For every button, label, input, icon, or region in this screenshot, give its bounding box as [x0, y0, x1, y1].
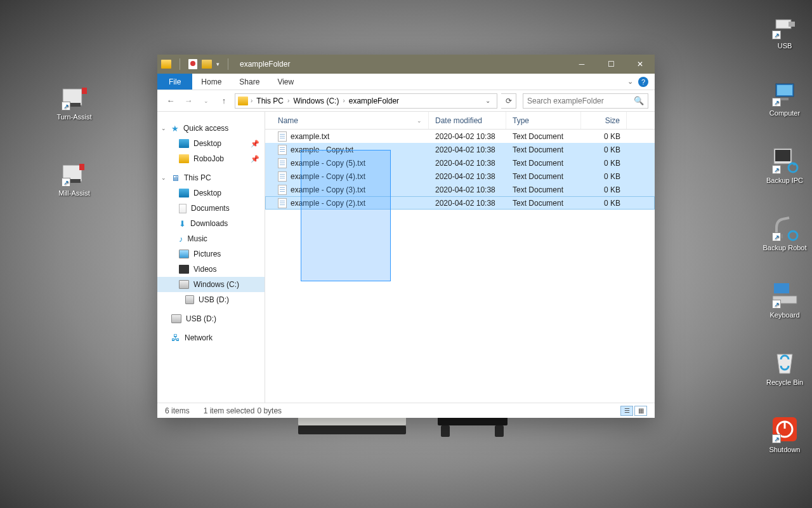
- navigation-pane: ⌄★Quick access Desktop📌 RoboJob📌 ⌄🖥This …: [157, 112, 265, 403]
- desktop-icons-left: ↗ Turn-Assist ↗ Mill-Assist: [51, 83, 98, 197]
- text-file-icon: [278, 171, 287, 182]
- view-large-icons-button[interactable]: ▦: [634, 406, 647, 416]
- nav-back-button[interactable]: ←: [164, 94, 178, 108]
- file-row[interactable]: example - Copy (5).txt 2020-04-02 10:38 …: [265, 156, 655, 170]
- desktop-icons-right: ↗ USB ↗ Computer ↗ Backup IPC ↗ Backup R…: [761, 11, 808, 453]
- shortcut-arrow-icon: ↗: [62, 178, 70, 187]
- help-icon[interactable]: ?: [638, 77, 648, 87]
- sidebar-item-desktop[interactable]: Desktop: [157, 185, 265, 201]
- nav-forward-button[interactable]: →: [181, 94, 195, 108]
- shortcut-arrow-icon: ↗: [62, 102, 70, 110]
- svg-rect-4: [79, 164, 84, 170]
- sidebar-item-pictures[interactable]: Pictures: [157, 246, 265, 262]
- file-row[interactable]: example - Copy (2).txt 2020-04-02 10:38 …: [265, 196, 655, 210]
- refresh-button[interactable]: ⟳: [501, 93, 516, 109]
- desktop-icon-label: USB: [778, 42, 792, 50]
- svg-rect-9: [777, 85, 792, 95]
- sidebar-item-robojob[interactable]: RoboJob📌: [157, 151, 265, 166]
- sidebar-item-downloads[interactable]: ⬇Downloads: [157, 216, 265, 231]
- tab-home[interactable]: Home: [192, 74, 230, 90]
- breadcrumb-dropdown-icon[interactable]: ⌄: [485, 97, 490, 104]
- column-date-modified[interactable]: Date modified: [429, 112, 506, 129]
- desktop-icon-backup-robot[interactable]: ↗ Backup Robot: [761, 213, 808, 251]
- sidebar-quick-access[interactable]: ⌄★Quick access: [157, 121, 265, 136]
- tab-share[interactable]: Share: [230, 74, 268, 90]
- nav-recent-dropdown[interactable]: ⌄: [199, 94, 213, 108]
- status-selected-count: 1 item selected: [204, 406, 255, 415]
- svg-rect-1: [82, 88, 87, 94]
- svg-point-15: [789, 231, 797, 240]
- desktop-icon-label: Mill-Assist: [58, 189, 90, 197]
- shortcut-arrow-icon: ↗: [772, 232, 781, 241]
- file-row[interactable]: example - Copy.txt 2020-04-02 10:38 Text…: [265, 143, 655, 156]
- desktop-icon-shutdown[interactable]: ↗ Shutdown: [761, 415, 808, 453]
- address-bar: ← → ⌄ ↑ › This PC › Windows (C:) › examp…: [157, 90, 655, 112]
- folder-icon: [161, 60, 171, 69]
- svg-rect-7: [789, 22, 795, 27]
- text-file-icon: [278, 158, 287, 168]
- shortcut-arrow-icon: ↗: [772, 30, 781, 39]
- file-row[interactable]: example - Copy (4).txt 2020-04-02 10:38 …: [265, 170, 655, 183]
- file-row[interactable]: example - Copy (3).txt 2020-04-02 10:38 …: [265, 183, 655, 196]
- search-input[interactable]: [527, 97, 634, 105]
- new-folder-icon[interactable]: [202, 60, 212, 69]
- breadcrumb-item[interactable]: This PC: [254, 97, 286, 105]
- desktop-icon-backup-ipc[interactable]: ↗ Backup IPC: [761, 146, 808, 184]
- sidebar-item-usb-d[interactable]: USB (D:): [157, 311, 265, 326]
- sidebar-item-videos[interactable]: Videos: [157, 262, 265, 277]
- file-row[interactable]: example.txt 2020-04-02 10:38 Text Docume…: [265, 130, 655, 143]
- view-details-button[interactable]: ☰: [620, 406, 633, 416]
- desktop-icon-label: Backup IPC: [766, 177, 803, 184]
- breadcrumb-item[interactable]: exampleFolder: [346, 97, 402, 105]
- sidebar-item-desktop[interactable]: Desktop📌: [157, 136, 265, 151]
- close-button[interactable]: ✕: [625, 55, 655, 74]
- column-size[interactable]: Size: [581, 112, 627, 129]
- text-file-icon: [278, 131, 287, 142]
- desktop-icon-label: Computer: [769, 109, 800, 117]
- breadcrumb-item[interactable]: Windows (C:): [291, 97, 341, 105]
- desktop-icon-label: Recycle Bin: [766, 378, 803, 386]
- tab-file[interactable]: File: [157, 74, 192, 90]
- sidebar-item-usb-d-nested[interactable]: USB (D:): [157, 292, 265, 307]
- breadcrumb[interactable]: › This PC › Windows (C:) › exampleFolder…: [235, 93, 497, 109]
- sidebar-item-windows-c[interactable]: Windows (C:): [157, 277, 265, 292]
- shortcut-arrow-icon: ↗: [772, 300, 781, 309]
- search-icon[interactable]: 🔍: [634, 96, 644, 105]
- minimize-button[interactable]: ─: [567, 55, 596, 74]
- status-selected-size: 0 bytes: [257, 406, 282, 415]
- svg-rect-10: [781, 98, 789, 100]
- desktop-icon-usb[interactable]: ↗ USB: [761, 11, 808, 50]
- desktop-icon-label: Shutdown: [769, 446, 801, 453]
- pin-icon: 📌: [251, 140, 259, 148]
- column-type[interactable]: Type: [506, 112, 581, 129]
- desktop-icon-computer[interactable]: ↗ Computer: [761, 79, 808, 117]
- sidebar-item-documents[interactable]: Documents: [157, 201, 265, 216]
- sort-indicator-icon: ⌄: [417, 117, 422, 124]
- ribbon-expand-icon[interactable]: ⌄: [627, 77, 633, 86]
- desktop-icon-keyboard[interactable]: ↗ Keyboard: [761, 281, 808, 319]
- sidebar-item-music[interactable]: ♪Music: [157, 231, 265, 246]
- sidebar-network[interactable]: 🖧Network: [157, 330, 265, 345]
- search-box[interactable]: 🔍: [523, 93, 648, 109]
- sidebar-this-pc[interactable]: ⌄🖥This PC: [157, 170, 265, 185]
- desktop-icon-recycle-bin[interactable]: Recycle Bin: [761, 348, 808, 386]
- shortcut-arrow-icon: ↗: [772, 434, 781, 443]
- tab-view[interactable]: View: [268, 74, 303, 90]
- properties-icon[interactable]: [188, 59, 197, 69]
- ribbon-tabs: File Home Share View ⌄ ?: [157, 74, 655, 90]
- desktop-icon-label: Backup Robot: [763, 244, 806, 251]
- column-name[interactable]: Name⌄: [265, 112, 429, 129]
- shortcut-arrow-icon: ↗: [772, 98, 781, 107]
- file-explorer-window: ▾ exampleFolder ─ ☐ ✕ File Home Share Vi…: [157, 55, 655, 418]
- desktop-icon-turn-assist[interactable]: ↗ Turn-Assist: [51, 83, 98, 121]
- desktop-icon-mill-assist[interactable]: ↗ Mill-Assist: [51, 159, 98, 197]
- titlebar[interactable]: ▾ exampleFolder ─ ☐ ✕: [157, 55, 655, 74]
- status-bar: 6 items 1 item selected 0 bytes ☰ ▦: [157, 403, 655, 418]
- svg-rect-12: [775, 150, 790, 161]
- nav-up-button[interactable]: ↑: [217, 94, 231, 108]
- qat-dropdown-icon[interactable]: ▾: [216, 61, 219, 67]
- desktop-icon-label: Turn-Assist: [56, 113, 91, 121]
- pin-icon: 📌: [251, 155, 259, 163]
- file-list[interactable]: example.txt 2020-04-02 10:38 Text Docume…: [265, 130, 655, 403]
- maximize-button[interactable]: ☐: [596, 55, 625, 74]
